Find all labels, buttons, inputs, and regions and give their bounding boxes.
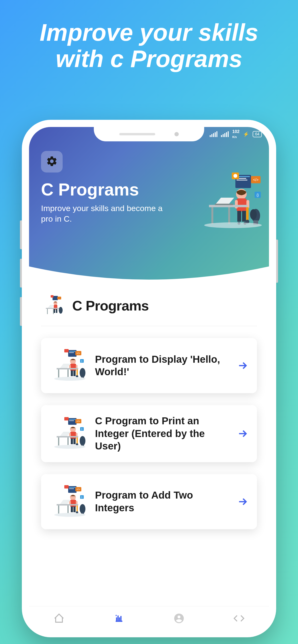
svg-rect-56 [58,370,59,378]
card-illustration: </> {} [49,416,88,452]
svg-rect-35 [46,308,59,309]
svg-rect-63 [69,420,74,421]
svg-rect-16 [246,207,249,220]
svg-point-102 [80,504,85,514]
gear-icon [46,155,58,168]
svg-rect-44 [64,349,69,352]
svg-rect-78 [58,438,59,446]
svg-rect-23 [215,204,233,205]
svg-point-38 [59,307,63,314]
nav-profile-button[interactable] [172,611,186,626]
svg-rect-21 [211,207,213,224]
section-illustration [41,295,65,316]
card-illustration: </> {} [49,348,88,384]
svg-point-82 [54,445,85,449]
svg-rect-20 [209,205,247,207]
svg-rect-52 [73,370,76,376]
svg-rect-97 [77,505,78,512]
svg-rect-62 [69,419,76,420]
svg-rect-92 [70,500,76,507]
phone-notch [94,127,204,141]
svg-point-27 [204,222,262,228]
nav-code-button[interactable] [232,611,246,626]
svg-rect-57 [67,370,69,378]
nav-programs-button[interactable] [112,611,126,626]
svg-point-60 [54,377,85,381]
svg-rect-73 [71,438,73,444]
card-title: Program to Add Two Integers [95,489,229,514]
svg-rect-66 [64,417,69,420]
arrow-right-icon [237,428,249,440]
program-card[interactable]: </> {} [41,474,257,529]
svg-text:</>: </> [77,352,80,354]
svg-text:{}: {} [256,193,259,197]
svg-rect-79 [67,438,69,446]
svg-rect-29 [57,296,61,300]
program-card[interactable]: </> {} [41,405,257,462]
svg-rect-84 [69,487,76,488]
svg-rect-77 [57,436,78,438]
svg-rect-85 [69,488,74,489]
svg-point-58 [80,368,85,378]
svg-text:</>: </> [77,420,80,422]
svg-rect-30 [51,295,54,298]
svg-rect-96 [73,506,76,512]
svg-rect-99 [57,504,78,506]
content-section: C Programs </> {} [29,280,269,556]
svg-rect-3 [237,180,247,180]
svg-point-5 [233,174,237,178]
svg-text:</>: </> [253,178,258,182]
svg-point-104 [54,513,85,517]
svg-rect-48 [70,364,76,371]
battery-indicator: 64 [253,131,262,137]
arrow-right-icon [237,360,249,372]
svg-point-25 [250,209,257,220]
phone-mockup: 102 K/s ⚡ 64 C Pr [22,120,276,637]
signal-icon [221,131,229,137]
svg-rect-37 [53,309,54,314]
svg-rect-41 [69,352,74,353]
svg-rect-22 [228,207,230,224]
svg-rect-33 [54,309,55,313]
svg-rect-101 [67,506,69,514]
svg-rect-14 [237,211,241,222]
hero-header: 102 K/s ⚡ 64 C Pr [29,127,269,280]
hero-subtitle: Improve your skills and become a pro in … [41,203,168,224]
section-title: C Programs [72,298,149,314]
nav-home-button[interactable] [52,611,66,626]
svg-rect-40 [69,351,76,352]
network-speed: 102 K/s [232,129,239,139]
svg-rect-55 [57,368,78,370]
program-card[interactable]: </> {} [41,338,257,393]
svg-rect-70 [70,432,76,439]
svg-rect-100 [58,506,59,514]
svg-text:</>: </> [77,488,80,491]
card-illustration: </> {} [49,484,88,520]
card-title: Program to Display 'Hello, World!' [95,353,229,378]
svg-rect-15 [242,211,246,222]
svg-rect-75 [77,437,78,444]
charging-icon: ⚡ [243,131,249,137]
card-title: C Program to Print an Integer (Entered b… [95,415,229,452]
svg-rect-51 [71,370,73,376]
status-bar: 102 K/s ⚡ 64 [210,130,262,139]
svg-text:{}: {} [81,360,83,362]
hero-illustration: </> {} [195,168,262,235]
settings-button[interactable] [41,151,63,172]
svg-rect-36 [47,309,48,314]
svg-rect-74 [73,438,76,444]
svg-text:{}: {} [81,496,83,498]
arrow-right-icon [237,496,249,508]
svg-rect-53 [77,369,78,376]
signal-icon [210,131,217,137]
promo-title: Improve your skills with c Programs [0,19,298,72]
svg-rect-95 [71,506,73,512]
bottom-nav [29,606,269,630]
svg-point-80 [80,436,85,446]
svg-rect-34 [56,309,57,313]
svg-text:{}: {} [81,428,83,430]
section-header: C Programs [41,295,257,326]
svg-rect-88 [64,485,69,488]
